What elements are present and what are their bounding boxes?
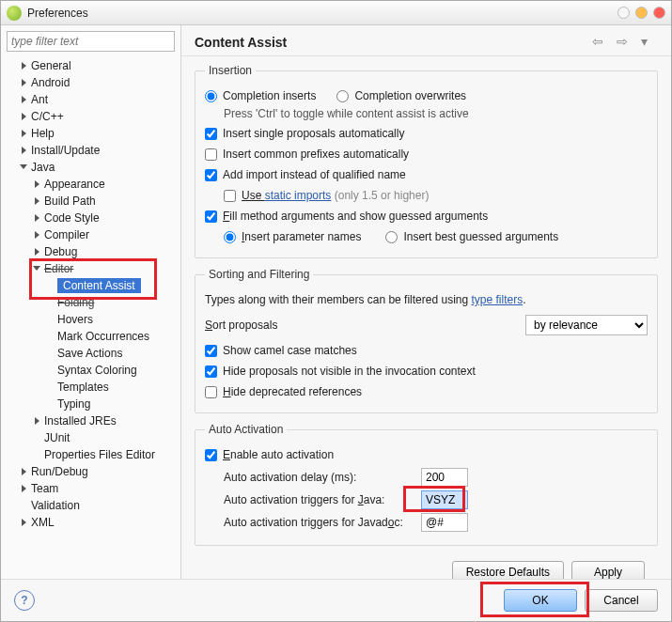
maximize-button[interactable] bbox=[635, 7, 648, 19]
hide-deprecated-checkbox[interactable] bbox=[205, 386, 217, 398]
help-icon[interactable]: ? bbox=[14, 590, 35, 611]
tree-item-java[interactable]: Java bbox=[7, 159, 175, 176]
tree-item-help[interactable]: Help bbox=[7, 125, 175, 142]
fill-method-checkbox[interactable] bbox=[205, 210, 217, 223]
static-imports-link[interactable]: static imports bbox=[265, 189, 332, 202]
tree-label: Compiler bbox=[44, 228, 89, 241]
checkbox-label: Enable auto activation bbox=[223, 448, 334, 461]
tree-label: Validation bbox=[31, 499, 80, 512]
tree-label: Debug bbox=[44, 245, 77, 258]
tree-item-templates[interactable]: Templates bbox=[7, 379, 175, 396]
window-controls bbox=[617, 7, 665, 19]
completion-overwrites-radio[interactable] bbox=[336, 90, 349, 102]
tree-item-typing[interactable]: Typing bbox=[7, 396, 175, 412]
tree-item-validation[interactable]: Validation bbox=[7, 497, 175, 514]
close-button[interactable] bbox=[653, 7, 665, 19]
minimize-button[interactable] bbox=[617, 7, 630, 19]
titlebar: Preferences bbox=[1, 1, 671, 25]
ok-button[interactable]: OK bbox=[504, 589, 577, 612]
tree-label: Install/Update bbox=[31, 144, 100, 157]
group-legend: Sorting and Filtering bbox=[205, 268, 313, 281]
chevron-right-icon bbox=[20, 484, 29, 493]
apply-button[interactable]: Apply bbox=[571, 561, 645, 579]
tree-label: Editor bbox=[44, 262, 73, 275]
tree-item-team[interactable]: Team bbox=[7, 480, 175, 497]
checkbox-label: Show camel case matches bbox=[223, 344, 357, 357]
tree-item-appearance[interactable]: Appearance bbox=[7, 176, 175, 193]
ctrl-hint: Press 'Ctrl' to toggle while content ass… bbox=[205, 107, 648, 120]
category-tree[interactable]: General Android Ant C/C++ Help Install/U… bbox=[7, 57, 175, 573]
tree-item-junit[interactable]: JUnit bbox=[7, 429, 175, 446]
tree-item-compiler[interactable]: Compiler bbox=[7, 226, 175, 243]
cancel-button[interactable]: Cancel bbox=[585, 589, 658, 612]
blank-icon bbox=[46, 382, 55, 392]
blank-icon bbox=[46, 281, 55, 290]
checkbox-label: Fill method arguments and show guessed a… bbox=[223, 210, 488, 223]
restore-defaults-button[interactable]: Restore Defaults bbox=[452, 561, 564, 579]
chevron-right-icon bbox=[20, 61, 29, 70]
hide-not-visible-checkbox[interactable] bbox=[205, 365, 217, 378]
radio-label: Completion inserts bbox=[223, 89, 316, 102]
chevron-right-icon bbox=[20, 518, 29, 527]
use-static-imports-checkbox[interactable] bbox=[224, 190, 236, 202]
insert-param-names-radio[interactable] bbox=[224, 231, 236, 243]
tree-item-cpp[interactable]: C/C++ bbox=[7, 108, 175, 125]
insert-single-checkbox[interactable] bbox=[205, 128, 217, 140]
tree-item-syntax-coloring[interactable]: Syntax Coloring bbox=[7, 362, 175, 379]
tree-item-android[interactable]: Android bbox=[7, 74, 175, 91]
tree-item-build-path[interactable]: Build Path bbox=[7, 193, 175, 210]
filter-input[interactable] bbox=[7, 31, 175, 52]
tree-item-mark-occurrences[interactable]: Mark Occurrences bbox=[7, 328, 175, 345]
tree-item-content-assist[interactable]: Content Assist bbox=[7, 277, 175, 294]
insertion-group: Insertion Completion inserts Completion … bbox=[195, 64, 658, 258]
group-legend: Auto Activation bbox=[205, 423, 287, 436]
menu-icon[interactable]: ▾ bbox=[641, 36, 658, 49]
type-filters-link[interactable]: type filters bbox=[471, 293, 523, 306]
tree-item-code-style[interactable]: Code Style bbox=[7, 210, 175, 226]
show-camel-checkbox[interactable] bbox=[205, 345, 217, 357]
chevron-right-icon bbox=[33, 230, 42, 240]
blank-icon bbox=[46, 298, 55, 307]
tree-label: Mark Occurrences bbox=[57, 330, 149, 343]
chevron-down-icon bbox=[20, 163, 29, 172]
content-panel: Content Assist ⇦ ⇨ ▾ Insertion Completio… bbox=[181, 25, 671, 579]
triggers-java-input[interactable] bbox=[421, 490, 468, 509]
completion-inserts-radio[interactable] bbox=[205, 90, 217, 102]
chevron-right-icon bbox=[33, 213, 42, 223]
tree-item-run-debug[interactable]: Run/Debug bbox=[7, 463, 175, 480]
chevron-right-icon bbox=[33, 247, 42, 257]
forward-icon[interactable]: ⇨ bbox=[617, 36, 633, 49]
tree-item-general[interactable]: General bbox=[7, 57, 175, 74]
sort-proposals-select[interactable]: by relevance bbox=[525, 315, 648, 335]
blank-icon bbox=[46, 315, 55, 324]
insert-prefixes-checkbox[interactable] bbox=[205, 148, 217, 161]
tree-item-save-actions[interactable]: Save Actions bbox=[7, 345, 175, 362]
tree-item-xml[interactable]: XML bbox=[7, 514, 175, 531]
tree-item-editor[interactable]: Editor bbox=[7, 260, 175, 277]
tree-item-properties-editor[interactable]: Properties Files Editor bbox=[7, 446, 175, 463]
triggers-javadoc-input[interactable] bbox=[421, 513, 468, 532]
tree-item-ant[interactable]: Ant bbox=[7, 91, 175, 108]
tree-item-hovers[interactable]: Hovers bbox=[7, 311, 175, 328]
tree-item-install-update[interactable]: Install/Update bbox=[7, 142, 175, 159]
sidebar: General Android Ant C/C++ Help Install/U… bbox=[1, 25, 181, 579]
tree-item-folding[interactable]: Folding bbox=[7, 294, 175, 311]
tree-label: Run/Debug bbox=[31, 465, 88, 478]
tree-label: Save Actions bbox=[57, 347, 122, 360]
add-import-checkbox[interactable] bbox=[205, 169, 217, 181]
tree-item-installed-jres[interactable]: Installed JREs bbox=[7, 412, 175, 429]
tree-label: Build Path bbox=[44, 194, 96, 208]
blank-icon bbox=[33, 433, 42, 443]
delay-input[interactable] bbox=[421, 468, 468, 487]
radio-label: Insert parameter names bbox=[242, 230, 361, 243]
enable-auto-activation-checkbox[interactable] bbox=[205, 449, 217, 461]
tree-item-debug[interactable]: Debug bbox=[7, 243, 175, 260]
insert-best-guessed-radio[interactable] bbox=[385, 231, 398, 243]
footer: ? OK Cancel bbox=[1, 579, 671, 621]
blank-icon bbox=[33, 450, 42, 459]
tree-label: C/C++ bbox=[31, 110, 64, 123]
tree-label: Folding bbox=[57, 296, 94, 309]
tree-label: Team bbox=[31, 482, 58, 495]
checkbox-label: Use static imports (only 1.5 or higher) bbox=[242, 189, 429, 202]
back-icon[interactable]: ⇦ bbox=[592, 36, 609, 49]
